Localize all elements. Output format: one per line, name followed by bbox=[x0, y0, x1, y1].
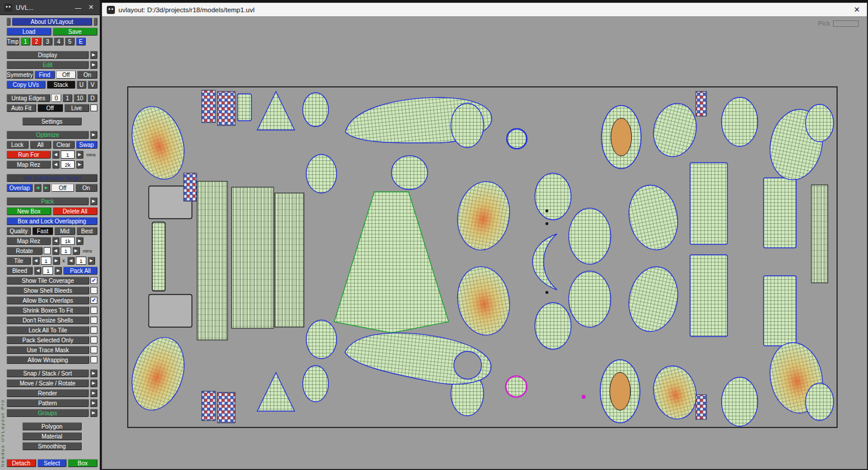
uv-shell[interactable] bbox=[334, 192, 449, 333]
uv-shell[interactable] bbox=[123, 331, 192, 417]
uv-shell[interactable] bbox=[569, 271, 611, 327]
uv-shell[interactable] bbox=[257, 92, 295, 130]
shrink-boxes-to-fit-button[interactable]: Shrink Boxes To Fit bbox=[6, 306, 89, 314]
render-button[interactable]: Render bbox=[6, 389, 89, 397]
panel-grip-left[interactable] bbox=[6, 17, 10, 26]
uv-shell[interactable] bbox=[545, 209, 548, 212]
run-for-decrement-icon[interactable]: ◀ bbox=[52, 150, 60, 159]
uv-shell[interactable] bbox=[601, 106, 641, 169]
smoothing-button[interactable]: Smoothing bbox=[22, 442, 82, 450]
pack-expand-icon[interactable]: ▶ bbox=[90, 197, 97, 205]
detach-button[interactable]: Detach bbox=[6, 459, 36, 467]
close-icon[interactable]: ✕ bbox=[86, 3, 96, 11]
overlap-off-button[interactable]: Off bbox=[51, 184, 74, 192]
overlap-button[interactable]: Overlap bbox=[6, 184, 33, 192]
uv-shell[interactable] bbox=[123, 100, 192, 186]
pick-input[interactable] bbox=[833, 20, 859, 27]
pattern-button[interactable]: Pattern bbox=[6, 399, 89, 407]
new-box-button[interactable]: New Box bbox=[6, 207, 51, 215]
uv-shell[interactable] bbox=[545, 291, 548, 294]
optimize-button[interactable]: Optimize bbox=[6, 131, 89, 139]
uv-shell[interactable] bbox=[648, 99, 702, 162]
quality-fast-button[interactable]: Fast bbox=[32, 227, 53, 235]
allow-wrapping-button[interactable]: Allow Wrapping bbox=[6, 356, 89, 364]
edit-expand-icon[interactable]: ▶ bbox=[90, 61, 97, 69]
auto-fit-off-button[interactable]: Off bbox=[37, 104, 63, 112]
main-window-close-icon[interactable]: ✕ bbox=[852, 5, 862, 14]
tile-v-value[interactable]: 1 bbox=[76, 257, 86, 265]
allow-wrapping-checkbox[interactable] bbox=[90, 356, 97, 363]
show-shell-bleeds-button[interactable]: Show Shell Bleeds bbox=[6, 286, 89, 294]
lock-all-to-tile-checkbox[interactable] bbox=[90, 327, 97, 334]
uv-shell[interactable] bbox=[764, 178, 796, 248]
main-window-titlebar[interactable]: uvlayout: D:/3d/projects/r18/models/temp… bbox=[102, 3, 867, 17]
lock-all-button[interactable]: All bbox=[30, 141, 52, 149]
map-rez-optimize-value[interactable]: 2k bbox=[61, 160, 75, 169]
uv-shell[interactable] bbox=[690, 163, 727, 244]
uv-shell[interactable] bbox=[149, 294, 192, 327]
overlap-on-button[interactable]: On bbox=[75, 184, 98, 192]
optimize-expand-icon[interactable]: ▶ bbox=[90, 131, 97, 139]
about-uvlayout-button[interactable]: About UVLayout bbox=[12, 17, 92, 26]
stack-button[interactable]: Stack bbox=[47, 80, 75, 89]
load-button[interactable]: Load bbox=[6, 27, 51, 36]
untag-d-button[interactable]: D bbox=[88, 94, 97, 102]
uv-shell[interactable] bbox=[197, 181, 228, 340]
quality-mid-button[interactable]: Mid bbox=[54, 227, 75, 235]
uv-shell[interactable] bbox=[535, 173, 571, 220]
pack-selected-only-checkbox[interactable] bbox=[90, 336, 97, 343]
display-button[interactable]: Display bbox=[6, 51, 89, 59]
uv-shell[interactable] bbox=[303, 93, 328, 127]
symmetry-find-button[interactable]: Find bbox=[34, 71, 55, 79]
tmp-slot-1-button[interactable]: 1 bbox=[20, 37, 30, 45]
lock-all-to-tile-button[interactable]: Lock All To Tile bbox=[6, 326, 89, 334]
uv-shell[interactable] bbox=[696, 92, 706, 116]
display-expand-icon[interactable]: ▶ bbox=[90, 51, 97, 59]
bleed-increment-icon[interactable]: ▶ bbox=[54, 266, 62, 275]
uv-shell[interactable] bbox=[218, 392, 235, 423]
map-rez-optimize-decrement-icon[interactable]: ◀ bbox=[52, 160, 60, 169]
allow-box-overlaps-button[interactable]: Allow Box Overlaps bbox=[6, 296, 89, 304]
bleed-decrement-icon[interactable]: ◀ bbox=[34, 266, 41, 275]
allow-box-overlaps-checkbox[interactable]: ✓ bbox=[90, 297, 97, 304]
edit-button[interactable]: Edit bbox=[6, 61, 89, 69]
bleed-value[interactable]: 1 bbox=[43, 266, 53, 275]
map-rez-optimize-increment-icon[interactable]: ▶ bbox=[76, 160, 83, 169]
box-and-lock-overlapping-button[interactable]: Box and Lock Overlapping bbox=[6, 217, 97, 225]
uv-shell[interactable] bbox=[600, 360, 640, 423]
uv-shell[interactable] bbox=[184, 173, 197, 201]
tmp-slot-e-button[interactable]: E bbox=[76, 37, 86, 45]
uv-shell[interactable] bbox=[696, 395, 706, 419]
uv-shell[interactable] bbox=[391, 156, 428, 190]
snap-stack-sort-button[interactable]: Snap / Stack / Sort bbox=[6, 369, 89, 377]
untag-10-button[interactable]: 10 bbox=[74, 94, 86, 102]
tmp-slot-5-button[interactable]: 5 bbox=[65, 37, 75, 45]
rotate-value[interactable]: 1 bbox=[61, 247, 71, 255]
uv-shell[interactable] bbox=[275, 193, 304, 327]
uv-shell[interactable] bbox=[811, 185, 828, 283]
map-rez-pack-value[interactable]: 1k bbox=[61, 237, 75, 245]
symmetry-on-button[interactable]: On bbox=[77, 71, 97, 79]
tmp-slot-3-button[interactable]: 3 bbox=[43, 37, 52, 45]
dont-resize-shells-checkbox[interactable] bbox=[90, 317, 97, 324]
settings-button[interactable]: Settings bbox=[22, 117, 82, 125]
delete-all-button[interactable]: Delete All bbox=[52, 207, 97, 215]
uv-shell[interactable] bbox=[545, 222, 548, 225]
uv-shell[interactable] bbox=[202, 90, 215, 122]
show-tile-coverage-checkbox[interactable]: ✓ bbox=[90, 277, 97, 284]
overlap-prev-icon[interactable]: ◀ bbox=[34, 184, 41, 192]
quality-best-button[interactable]: Best bbox=[76, 227, 97, 235]
panel-grip-right[interactable] bbox=[93, 17, 97, 26]
pattern-expand-icon[interactable]: ▶ bbox=[90, 399, 97, 407]
map-rez-pack-decrement-icon[interactable]: ◀ bbox=[52, 237, 60, 245]
run-for-button[interactable]: Run For bbox=[6, 150, 51, 159]
uv-shell[interactable] bbox=[306, 155, 337, 193]
select-button[interactable]: Select bbox=[37, 459, 67, 467]
pack-all-button[interactable]: Pack All bbox=[63, 266, 97, 275]
polygon-button[interactable]: Polygon bbox=[22, 422, 82, 430]
tile-u-increment-icon[interactable]: ▶ bbox=[52, 257, 60, 265]
groups-expand-icon[interactable]: ▶ bbox=[90, 409, 97, 417]
minimize-icon[interactable]: — bbox=[74, 4, 83, 11]
uv-shell[interactable] bbox=[722, 97, 758, 146]
tmp-slot-2-button[interactable]: 2 bbox=[32, 37, 41, 45]
